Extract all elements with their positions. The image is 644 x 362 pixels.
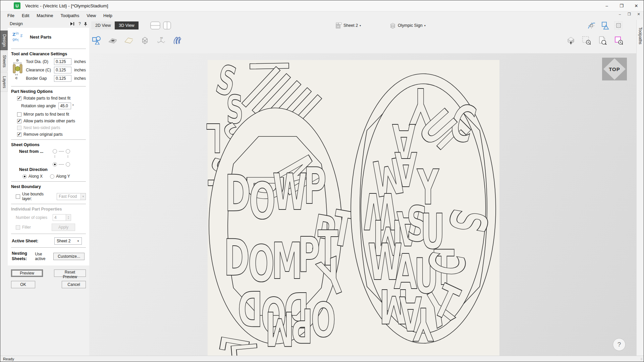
mdi-close-button[interactable]: ✕ bbox=[636, 12, 642, 16]
allow-inside-label: Allow parts inside other parts bbox=[23, 119, 75, 123]
sheet-icon bbox=[336, 22, 342, 28]
help-button[interactable]: ? bbox=[613, 338, 626, 351]
zoom-box-icon[interactable] bbox=[582, 36, 591, 45]
canvas-3d-view[interactable]: SSSLSLLLLDMDOWPPTDOMPTYDODMPOYATCUMAWMAY… bbox=[89, 53, 636, 356]
svg-text:D: D bbox=[16, 59, 19, 62]
rotation-step-label: Rotation step angle bbox=[21, 104, 56, 108]
maximize-button[interactable]: ❐ bbox=[614, 0, 629, 11]
mirror-parts-checkbox[interactable] bbox=[17, 112, 21, 117]
collapse-panel-icon[interactable] bbox=[70, 22, 75, 26]
tab-sheets[interactable]: Sheets bbox=[0, 51, 8, 71]
app-icon: U bbox=[14, 2, 20, 9]
active-sheet-arrow-icon: ▼ bbox=[77, 240, 82, 243]
tab-design[interactable]: Design bbox=[0, 31, 8, 50]
menu-file[interactable]: File bbox=[4, 12, 18, 19]
right-tab-strip: Toolpaths bbox=[636, 20, 644, 356]
customize-button[interactable]: Customize... bbox=[53, 253, 85, 260]
svg-text:A: A bbox=[394, 141, 417, 196]
rotation-step-input[interactable] bbox=[58, 103, 71, 109]
menu-help[interactable]: Help bbox=[100, 12, 116, 19]
menu-edit[interactable]: Edit bbox=[18, 12, 33, 19]
border-gap-label: Border Gap bbox=[26, 76, 54, 81]
ok-button[interactable]: OK bbox=[11, 281, 35, 288]
sheet-selector[interactable]: Sheet 2 ▾ bbox=[336, 22, 361, 28]
menu-view[interactable]: View bbox=[83, 12, 100, 19]
draw-shapes-icon[interactable] bbox=[92, 36, 101, 45]
preview-button[interactable]: Preview bbox=[11, 269, 43, 277]
svg-text:r: r bbox=[16, 38, 19, 43]
menu-machine[interactable]: Machine bbox=[33, 12, 57, 19]
svg-text:O: O bbox=[311, 291, 336, 346]
view-orientation-cube[interactable]: TOP bbox=[602, 58, 627, 80]
svg-text:in: in bbox=[16, 32, 19, 35]
axes-icon[interactable]: zyx bbox=[156, 36, 165, 45]
copies-label: Number of copies bbox=[16, 215, 53, 220]
clearance-input[interactable] bbox=[54, 67, 71, 73]
border-gap-input[interactable] bbox=[54, 75, 71, 82]
sheet-selector-label: Sheet 2 bbox=[343, 23, 358, 28]
clearance-units: inches bbox=[74, 68, 86, 72]
nested-parts-drawing[interactable]: SSSLSLLLLDMDOWPPTDOMPTYDODMPOYATCUMAWMAY… bbox=[89, 53, 636, 356]
app-window: U Vectric - {Vectric Ltd} - [*OlympicSta… bbox=[0, 0, 644, 362]
remove-original-checkbox[interactable] bbox=[17, 132, 21, 137]
minimize-button[interactable]: – bbox=[599, 0, 614, 11]
nest-from-top-right-radio[interactable] bbox=[66, 149, 70, 154]
wire-cube-icon[interactable] bbox=[140, 36, 149, 45]
nest-from-label: Nest from ... bbox=[19, 149, 43, 154]
along-y-label: Along Y bbox=[56, 174, 70, 179]
nest-from-bottom-left-radio[interactable] bbox=[53, 162, 57, 167]
rotate-parts-label: Rotate parts to find best fit bbox=[23, 96, 70, 101]
toolpath-curves-icon[interactable] bbox=[172, 36, 181, 45]
cancel-button[interactable]: Cancel bbox=[62, 281, 86, 288]
nesting-sheets-label: Nesting Sheets: bbox=[12, 251, 29, 261]
node-edit-icon[interactable] bbox=[587, 21, 596, 30]
close-button[interactable]: ✕ bbox=[629, 0, 644, 11]
tab-layers[interactable]: Layers bbox=[0, 72, 8, 92]
mdi-minimize-button[interactable]: – bbox=[617, 12, 623, 16]
active-sheet-select[interactable]: Sheet 2 ▼ bbox=[54, 237, 82, 245]
mdi-restore-button[interactable]: ❐ bbox=[626, 12, 632, 16]
toolbar: 2D View 3D View Sheet 2 ▾ Olympic Sign ▾ bbox=[89, 20, 636, 53]
design-selector[interactable]: Olympic Sign ▾ bbox=[389, 22, 426, 28]
nest-from-top-left-radio[interactable] bbox=[53, 149, 57, 154]
plane-icon[interactable] bbox=[124, 36, 133, 45]
along-y-radio[interactable] bbox=[50, 174, 54, 179]
tool-dia-label: Tool Dia. (D) bbox=[26, 59, 54, 64]
side-tab-strip: Design Sheets Layers bbox=[0, 20, 8, 356]
svg-text:x: x bbox=[164, 41, 165, 43]
zoom-drawing-icon[interactable] bbox=[598, 36, 607, 45]
split-horizontal-icon[interactable] bbox=[150, 21, 160, 29]
window-title: Vectric - {Vectric Ltd} - [*OlympicStadi… bbox=[25, 3, 108, 8]
menu-toolpaths[interactable]: Toolpaths bbox=[57, 12, 83, 19]
bounds-layer-arrow-icon: ▼ bbox=[80, 193, 86, 200]
tab-3d-view[interactable]: 3D View bbox=[115, 21, 138, 29]
nesting-sheets-mode: Use active bbox=[35, 252, 53, 261]
tab-2d-view[interactable]: 2D View bbox=[91, 21, 115, 29]
reset-preview-button[interactable]: Reset Preview bbox=[54, 269, 86, 277]
tool-settings-heading: Tool and Clearance Settings bbox=[11, 52, 86, 56]
bounds-layer-select: Fast Food ▼ bbox=[57, 193, 86, 200]
help-icon[interactable]: ? bbox=[78, 21, 81, 26]
allow-inside-checkbox[interactable] bbox=[17, 119, 21, 123]
resize-grip[interactable]: ⠿ bbox=[640, 358, 643, 361]
along-x-radio[interactable] bbox=[22, 174, 27, 179]
clearance-label: Clearance (C) bbox=[26, 68, 54, 72]
svg-text:D: D bbox=[224, 229, 250, 287]
nest-direction-label: Nest Direction bbox=[19, 167, 86, 172]
tab-toolpaths[interactable]: Toolpaths bbox=[637, 24, 643, 47]
svg-text:C: C bbox=[15, 76, 18, 80]
grid-snap-icon[interactable] bbox=[614, 21, 623, 30]
iso-view-icon[interactable] bbox=[566, 36, 575, 45]
rotate-parts-checkbox[interactable] bbox=[17, 96, 21, 101]
nest-from-bottom-right-radio[interactable] bbox=[66, 162, 70, 167]
app-icon-glyph: U bbox=[15, 3, 18, 8]
pin-icon[interactable] bbox=[84, 22, 87, 26]
along-x-label: Along X bbox=[29, 174, 43, 179]
zoom-selection-icon[interactable] bbox=[614, 36, 623, 45]
tool-dia-input[interactable] bbox=[54, 58, 71, 65]
shape-select-icon[interactable] bbox=[601, 21, 609, 30]
use-bounds-checkbox[interactable] bbox=[16, 194, 20, 199]
material-icon[interactable] bbox=[108, 36, 117, 45]
split-vertical-icon[interactable] bbox=[163, 21, 171, 29]
svg-text:M: M bbox=[265, 301, 294, 356]
